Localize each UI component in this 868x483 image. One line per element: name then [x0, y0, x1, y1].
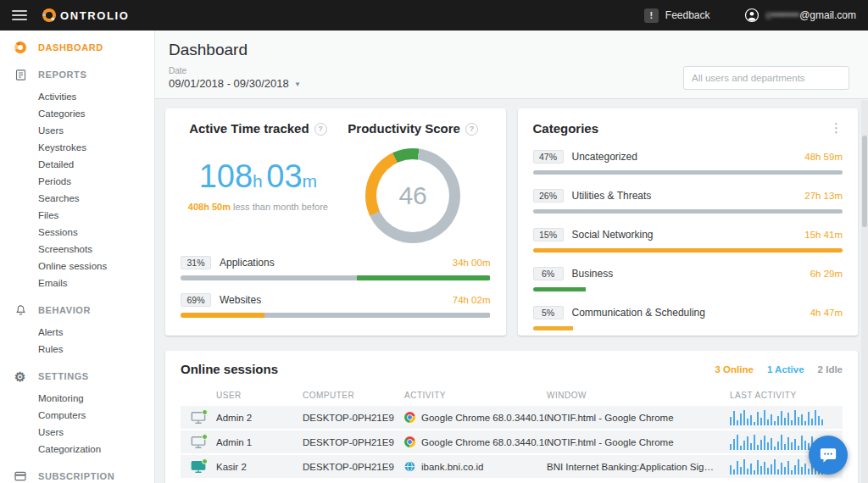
session-window: NOTIF.html - Google Chrome — [547, 413, 730, 423]
page-title: Dashboard — [169, 41, 849, 59]
applications-stat-row: 31% Applications 34h 00m — [181, 256, 491, 280]
bell-icon — [14, 303, 27, 317]
sidebar-item-emails[interactable]: Emails — [0, 275, 154, 291]
users-filter-input[interactable] — [683, 66, 849, 90]
user-email: c••••••••@gmail.com — [766, 9, 856, 21]
sidebar-item-online-sessions[interactable]: Online sessions — [0, 258, 154, 275]
category-bar — [533, 248, 843, 253]
sidebar-item-categorization[interactable]: Categorization — [0, 441, 154, 458]
websites-percent-badge: 69% — [181, 293, 211, 307]
category-row: 6% Business 6h 29m — [533, 267, 843, 291]
sidebar: DASHBOARD REPORTS Activities Categories … — [0, 31, 155, 483]
active-count[interactable]: 1 Active — [767, 364, 804, 375]
sidebar-item-screenshots[interactable]: Screenshots — [0, 241, 154, 258]
sidebar-item-users[interactable]: Users — [0, 122, 154, 139]
sidebar-section-settings[interactable]: ⚙ SETTINGS — [0, 363, 154, 390]
sidebar-item-alerts[interactable]: Alerts — [0, 324, 154, 341]
websites-time: 74h 02m — [453, 295, 491, 305]
brand-logo[interactable]: ONTROLIO — [42, 8, 129, 22]
hamburger-menu-icon[interactable] — [12, 10, 27, 20]
sidebar-item-keystrokes[interactable]: Keystrokes — [0, 139, 154, 156]
category-row: 5% Communication & Scheduling 4h 47m — [533, 306, 843, 330]
pie-chart-icon — [14, 41, 27, 54]
productivity-score-value: 46 — [365, 148, 460, 243]
sidebar-item-rules[interactable]: Rules — [0, 341, 154, 358]
active-time-value: 108h 03m — [181, 158, 336, 195]
logo-ring-icon — [42, 8, 56, 22]
category-row: 15% Social Networking 15h 41m — [533, 228, 843, 253]
feedback-label: Feedback — [665, 9, 710, 21]
applications-bar — [181, 275, 491, 280]
sidebar-item-activities[interactable]: Activities — [0, 88, 154, 105]
session-activity: Google Chrome 68.0.3440.106 — [421, 413, 547, 423]
idle-count[interactable]: 2 Idle — [818, 364, 843, 375]
chrome-icon — [404, 436, 415, 447]
date-range-value: 09/01/2018 - 09/30/2018 — [169, 77, 289, 90]
monitor-icon — [181, 411, 216, 424]
gear-icon: ⚙ — [14, 369, 27, 383]
online-status-dot — [202, 434, 208, 440]
session-computer: DESKTOP-0PH21E9 — [303, 462, 404, 472]
active-time-title: Active Time tracked — [189, 121, 309, 136]
sidebar-item-dashboard[interactable]: DASHBOARD — [0, 34, 154, 61]
sidebar-section-subscription[interactable]: SUBSCRIPTION — [0, 463, 154, 483]
report-icon — [14, 68, 27, 81]
help-icon[interactable] — [314, 123, 327, 136]
page-header: Dashboard Date 09/01/2018 - 09/30/2018 — [155, 31, 868, 98]
feedback-button[interactable]: Feedback — [644, 8, 710, 23]
session-window: NOTIF.html - Google Chrome — [547, 437, 730, 447]
online-status-dot — [202, 458, 208, 464]
account-menu[interactable]: c••••••••@gmail.com — [744, 8, 856, 23]
session-window: BNI Internet Banking:Application Signoff… — [547, 462, 730, 472]
topbar: ONTROLIO Feedback c••••••••@gmail.com — [0, 0, 868, 31]
sidebar-item-categories[interactable]: Categories — [0, 105, 154, 122]
productivity-score-title: Productivity Score — [348, 121, 460, 136]
credit-card-icon — [14, 469, 27, 483]
brand-text: ONTROLIO — [60, 9, 129, 22]
session-row[interactable]: Admin 1 DESKTOP-0PH21E9 Google Chrome 68… — [181, 430, 843, 455]
category-row: 47% Uncategorized 48h 59m — [533, 150, 843, 175]
app-window: ONTROLIO Feedback c••••••••@gmail.com DA… — [0, 0, 868, 483]
sidebar-item-periods[interactable]: Periods — [0, 173, 154, 190]
categories-title: Categories — [533, 121, 599, 136]
session-activity: Google Chrome 68.0.3440.106 — [421, 437, 547, 447]
sidebar-item-detailed[interactable]: Detailed — [0, 156, 154, 173]
activity-sparkline — [730, 410, 835, 425]
active-time-delta: 408h 50m less than month before — [181, 202, 336, 212]
monitor-icon — [181, 460, 216, 473]
scrollbar-thumb[interactable] — [862, 136, 867, 227]
sidebar-item-sessions[interactable]: Sessions — [0, 224, 154, 241]
main-content: Dashboard Date 09/01/2018 - 09/30/2018 — [155, 31, 868, 483]
chat-bubble-icon — [819, 446, 837, 464]
help-icon[interactable] — [465, 123, 478, 136]
monitor-icon — [181, 436, 216, 448]
applications-percent-badge: 31% — [181, 256, 211, 269]
sidebar-section-reports[interactable]: REPORTS — [0, 61, 154, 88]
session-row[interactable]: Admin 2 DESKTOP-0PH21E9 Google Chrome 68… — [181, 406, 843, 430]
sidebar-section-behavior[interactable]: BEHAVIOR — [0, 297, 154, 324]
session-user: Kasir 2 — [216, 462, 303, 472]
sidebar-item-settings-users[interactable]: Users — [0, 424, 154, 441]
online-status-dot — [202, 409, 208, 415]
session-row[interactable]: Kasir 2 DESKTOP-0PH21E9 ibank.bni.co.id … — [181, 455, 843, 480]
session-user: Admin 2 — [216, 413, 303, 423]
active-time-card: Active Time tracked 108h 03m 408h 50m le… — [165, 108, 506, 336]
session-activity: ibank.bni.co.id — [421, 462, 484, 472]
session-user: Admin 1 — [216, 437, 303, 447]
sidebar-item-monitoring[interactable]: Monitoring — [0, 390, 154, 407]
avatar-icon — [744, 8, 760, 23]
sidebar-item-computers[interactable]: Computers — [0, 407, 154, 424]
date-range-picker[interactable]: Date 09/01/2018 - 09/30/2018 — [169, 66, 299, 90]
globe-icon — [404, 461, 415, 472]
websites-stat-row: 69% Websites 74h 02m — [181, 293, 491, 318]
online-sessions-card: Online sessions 3 Online 1 Active 2 Idle… — [165, 351, 858, 483]
sidebar-item-files[interactable]: Files — [0, 207, 154, 224]
applications-time: 34h 00m — [453, 258, 491, 268]
online-count[interactable]: 3 Online — [715, 364, 754, 375]
category-bar — [533, 326, 843, 330]
chat-button[interactable] — [809, 436, 848, 475]
vertical-scrollbar[interactable] — [861, 100, 868, 483]
websites-bar — [181, 313, 491, 318]
sidebar-item-searches[interactable]: Searches — [0, 190, 154, 207]
kebab-menu-icon[interactable] — [830, 121, 843, 134]
